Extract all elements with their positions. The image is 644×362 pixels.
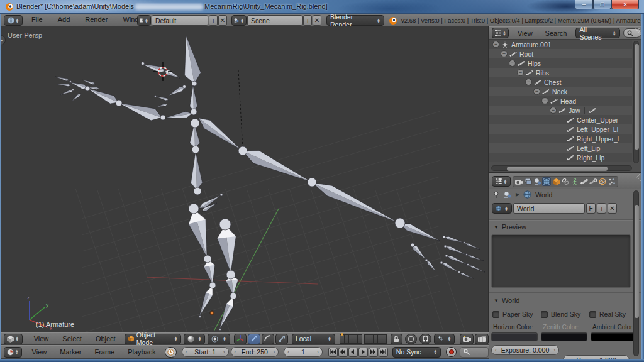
- disclosure-toggle[interactable]: −: [492, 41, 499, 48]
- editor-type-button-info[interactable]: ▲▼: [4, 15, 23, 26]
- editor-type-button-3dview[interactable]: ▲▼: [4, 334, 23, 344]
- keying-set-field[interactable]: [460, 347, 489, 358]
- lock-to-scene-button[interactable]: [391, 334, 402, 344]
- snap-toggle-button[interactable]: [419, 334, 431, 344]
- minimize-button[interactable]: ─: [575, 0, 593, 9]
- scale-manipulator-button[interactable]: [275, 334, 288, 344]
- viewport-shading-dropdown[interactable]: ▲▼: [184, 334, 205, 344]
- color-swatch[interactable]: [541, 332, 587, 341]
- checkbox-box[interactable]: [492, 311, 499, 318]
- checkbox-box[interactable]: [541, 311, 548, 318]
- properties-tab-object-data[interactable]: [570, 177, 579, 186]
- world-name-field[interactable]: World: [513, 203, 585, 214]
- jump-to-start-button[interactable]: [328, 348, 338, 357]
- outliner-item-armature.001[interactable]: −Armature.001: [489, 40, 632, 49]
- exposure-slider[interactable]: ‹Exposure: 0.000›: [491, 345, 559, 355]
- frame-start-slider[interactable]: ‹Start: 1›: [182, 347, 229, 357]
- outliner-item-left_lip[interactable]: Left_Lip: [489, 143, 632, 153]
- sync-dropdown[interactable]: No Sync▲▼: [392, 347, 441, 358]
- preview-panel-header[interactable]: ▼Preview: [494, 223, 526, 231]
- outliner-menu-search[interactable]: Search: [543, 30, 570, 37]
- properties-tab-particles[interactable]: [608, 177, 616, 186]
- outliner-item-hips[interactable]: −Hips: [489, 58, 632, 68]
- outliner-vscrollbar[interactable]: [633, 41, 639, 163]
- layout-delete-button[interactable]: ✕: [218, 15, 227, 26]
- menu-add[interactable]: Add: [55, 16, 73, 23]
- timeline-menu-view[interactable]: View: [30, 348, 50, 356]
- properties-tab-bone-constraints[interactable]: [589, 177, 598, 186]
- outliner-item-right_upper_l[interactable]: Right_Upper_l: [489, 134, 632, 143]
- disclosure-toggle[interactable]: −: [517, 69, 524, 76]
- record-button[interactable]: [446, 347, 457, 357]
- pin-icon[interactable]: [492, 191, 500, 199]
- properties-tab-world[interactable]: [542, 177, 551, 186]
- scene-delete-button[interactable]: ✕: [313, 15, 321, 26]
- timeline-menu-playback[interactable]: Playback: [125, 348, 158, 356]
- outliner-item-head[interactable]: −Head: [489, 96, 632, 106]
- properties-tab-bone[interactable]: [580, 177, 589, 186]
- properties-tab-scene[interactable]: [533, 177, 542, 186]
- fake-user-button[interactable]: F: [586, 203, 596, 214]
- editor-corner-grip[interactable]: [633, 174, 641, 182]
- disclosure-toggle[interactable]: −: [509, 60, 516, 67]
- checkbox-real-sky[interactable]: Real Sky: [589, 310, 638, 318]
- layer-toggle[interactable]: [357, 334, 362, 344]
- outliner-item-chest[interactable]: −Chest: [489, 77, 632, 87]
- previous-keyframe-button[interactable]: [338, 348, 348, 357]
- outliner-item-right_lip[interactable]: Right_Lip: [489, 153, 632, 162]
- layout-icon-button[interactable]: ▲▼: [137, 15, 151, 26]
- scene-context-icon[interactable]: [504, 191, 512, 199]
- properties-tab-constraints[interactable]: [561, 177, 570, 186]
- outliner-hscrollbar[interactable]: [491, 165, 632, 171]
- mode-dropdown[interactable]: Object Mode▲▼: [125, 334, 182, 344]
- world-panel-header[interactable]: ▼World: [494, 297, 519, 304]
- layout-name-field[interactable]: Default: [152, 15, 208, 26]
- layer-toggle[interactable]: [382, 334, 387, 344]
- properties-tab-object[interactable]: [552, 177, 560, 186]
- disclosure-toggle[interactable]: −: [550, 107, 557, 114]
- outliner-menu-view[interactable]: View: [515, 30, 535, 37]
- outliner-item-root[interactable]: −Root: [489, 49, 632, 58]
- maximize-button[interactable]: ❐: [593, 0, 611, 9]
- checkbox-blend-sky[interactable]: Blend Sky: [541, 310, 589, 318]
- view3d-menu-select[interactable]: Select: [60, 335, 84, 343]
- viewport-3d[interactable]: x y z User Persp (1) Armature ＋: [0, 26, 489, 332]
- outliner-item-left_upper_li[interactable]: Left_Upper_Li: [489, 124, 632, 134]
- menu-file[interactable]: File: [29, 16, 45, 23]
- translate-manipulator-button[interactable]: [248, 334, 260, 344]
- frame-end-slider[interactable]: ‹End: 250›: [231, 347, 279, 357]
- snap-element-dropdown[interactable]: ▲▼: [434, 334, 455, 344]
- outliner-item-ribs[interactable]: −Ribs: [489, 68, 632, 77]
- world-unlink-button[interactable]: ✕: [608, 203, 617, 214]
- render-engine-dropdown[interactable]: Blender Render▲▼: [326, 15, 384, 26]
- scene-name-field[interactable]: Scene: [247, 15, 303, 26]
- properties-tab-physics[interactable]: [598, 177, 607, 186]
- outliner-item-neck[interactable]: −Neck: [489, 87, 632, 96]
- scene-add-button[interactable]: ＋: [303, 15, 312, 26]
- outliner-item-jaw[interactable]: −Jaw: [489, 106, 632, 115]
- jump-to-end-button[interactable]: [379, 348, 388, 357]
- disclosure-toggle[interactable]: −: [525, 79, 532, 85]
- layout-add-button[interactable]: ＋: [209, 15, 218, 26]
- opengl-render-button[interactable]: [460, 334, 474, 344]
- titlebar[interactable]: Blender* [C:\home\adam\Unity\ModelsMecan…: [0, 0, 644, 14]
- scene-icon-button[interactable]: ▲▼: [231, 15, 247, 26]
- color-swatch[interactable]: [591, 332, 637, 341]
- properties-tab-render-layers[interactable]: [524, 177, 533, 186]
- play-button[interactable]: [358, 348, 368, 357]
- color-swatch[interactable]: [491, 332, 538, 341]
- disclosure-toggle[interactable]: −: [501, 50, 508, 57]
- pivot-point-dropdown[interactable]: ▲▼: [208, 334, 230, 344]
- checkbox-box[interactable]: [589, 311, 596, 318]
- properties-vscrollbar[interactable]: [633, 190, 639, 356]
- layers-widget[interactable]: [340, 334, 387, 344]
- timeline-menu-marker[interactable]: Marker: [57, 348, 84, 356]
- time-toggle-button[interactable]: [165, 347, 177, 358]
- proportional-edit-button[interactable]: [405, 334, 417, 344]
- opengl-render-anim-button[interactable]: [475, 334, 489, 344]
- view3d-menu-object[interactable]: Object: [93, 335, 118, 343]
- outliner-filter-dropdown[interactable]: All Scenes▲▼: [575, 28, 619, 38]
- menu-render[interactable]: Render: [82, 16, 110, 23]
- properties-tab-render[interactable]: [514, 177, 523, 186]
- rotate-manipulator-button[interactable]: [262, 334, 274, 344]
